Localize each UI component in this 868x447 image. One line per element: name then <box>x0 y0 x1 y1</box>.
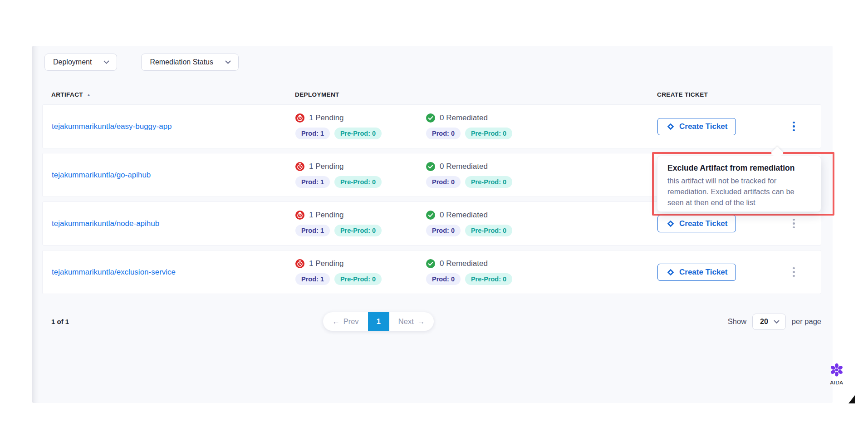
remediation-panel: Deployment Remediation Status ARTIFACT ▲… <box>32 46 833 403</box>
pending-count: 1 Pending <box>309 113 344 123</box>
remediated-cell: 0 Remediated Prod: 0 Pre-Prod: 0 <box>426 162 657 188</box>
create-ticket-cell: Create Ticket <box>657 264 776 281</box>
remediated-count: 0 Remediated <box>440 162 488 171</box>
remediated-check-icon <box>426 211 435 220</box>
pre-prod-badge: Pre-Prod: 0 <box>465 225 512 236</box>
prod-badge: Prod: 0 <box>426 128 461 139</box>
pre-prod-badge: Pre-Prod: 0 <box>334 128 382 139</box>
artifact-cell: tejakummarikuntla/easy-buggy-app <box>52 122 295 131</box>
deployment-filter-dropdown[interactable]: Deployment <box>44 54 117 71</box>
page-size-control: Show 20 per page <box>728 314 821 330</box>
arrow-right-icon: → <box>417 317 425 326</box>
remediated-cell: 0 Remediated Prod: 0 Pre-Prod: 0 <box>426 211 657 236</box>
remediated-check-icon <box>426 162 435 171</box>
remediated-count: 0 Remediated <box>440 259 488 268</box>
remediation-status-filter-label: Remediation Status <box>150 58 213 66</box>
prod-badge: Prod: 0 <box>426 176 461 188</box>
pending-clock-icon <box>295 113 304 123</box>
ticket-diamond-icon <box>666 122 675 131</box>
create-ticket-cell: Create Ticket <box>657 118 776 135</box>
create-ticket-button[interactable]: Create Ticket <box>657 215 736 232</box>
prod-badge: Prod: 1 <box>295 225 330 236</box>
aida-flower-icon <box>830 363 843 377</box>
artifact-link[interactable]: tejakummarikuntla/go-apihub <box>52 171 151 179</box>
page-size-value: 20 <box>760 318 768 326</box>
ticket-diamond-icon <box>666 219 675 228</box>
pre-prod-badge: Pre-Prod: 0 <box>465 273 512 285</box>
remediated-count: 0 Remediated <box>440 113 488 123</box>
pending-clock-icon <box>295 259 304 268</box>
row-menu-button[interactable] <box>789 264 799 281</box>
prev-page-button[interactable]: ← Prev <box>323 312 368 331</box>
deployment-pending-cell: 1 Pending Prod: 1 Pre-Prod: 0 <box>295 113 426 139</box>
artifact-link[interactable]: tejakummarikuntla/node-apihub <box>52 219 159 228</box>
next-page-button[interactable]: Next → <box>389 312 434 331</box>
row-actions-cell <box>776 264 821 281</box>
remediated-check-icon <box>426 259 435 268</box>
chevron-down-icon <box>103 60 109 64</box>
exclude-artifact-tooltip: Exclude Artifact from remediation this a… <box>657 156 821 212</box>
tooltip-body: this artifact will not be tracked for re… <box>667 176 811 208</box>
next-label: Next <box>398 317 414 326</box>
pager: ← Prev 1 Next → <box>323 312 434 331</box>
pagination-bar: 1 of 1 ← Prev 1 Next → Show 20 per page <box>42 312 821 331</box>
pre-prod-badge: Pre-Prod: 0 <box>334 176 382 188</box>
chevron-down-icon <box>225 60 231 64</box>
pre-prod-badge: Pre-Prod: 0 <box>334 225 382 236</box>
prod-badge: Prod: 1 <box>295 273 330 285</box>
pending-count: 1 Pending <box>309 211 344 220</box>
artifact-cell: tejakummarikuntla/go-apihub <box>52 171 295 180</box>
create-ticket-button[interactable]: Create Ticket <box>657 118 736 135</box>
row-menu-button[interactable] <box>789 215 799 232</box>
deployment-pending-cell: 1 Pending Prod: 1 Pre-Prod: 0 <box>295 259 426 285</box>
artifact-cell: tejakummarikuntla/node-apihub <box>52 219 295 228</box>
prod-badge: Prod: 0 <box>426 273 461 285</box>
remediation-status-filter-dropdown[interactable]: Remediation Status <box>141 54 239 71</box>
create-ticket-cell: Create Ticket <box>657 215 776 232</box>
arrow-left-icon: ← <box>332 317 340 326</box>
pending-count: 1 Pending <box>309 259 344 268</box>
artifact-link[interactable]: tejakummarikuntla/exclusion-service <box>52 268 176 276</box>
page-size-select[interactable]: 20 <box>752 314 786 330</box>
prod-badge: Prod: 1 <box>295 176 330 188</box>
table-row: tejakummarikuntla/easy-buggy-app 1 Pendi… <box>42 104 821 148</box>
page-1-button[interactable]: 1 <box>368 312 389 331</box>
remediated-check-icon <box>426 113 435 123</box>
show-label: Show <box>728 317 746 326</box>
create-ticket-button[interactable]: Create Ticket <box>657 264 736 281</box>
row-menu-button[interactable] <box>789 118 799 135</box>
deployment-pending-cell: 1 Pending Prod: 1 Pre-Prod: 0 <box>295 211 426 236</box>
prod-badge: Prod: 0 <box>426 225 461 236</box>
resize-handle-icon[interactable] <box>848 395 855 403</box>
artifact-cell: tejakummarikuntla/exclusion-service <box>52 268 295 277</box>
remediated-cell: 0 Remediated Prod: 0 Pre-Prod: 0 <box>426 113 657 139</box>
aida-widget[interactable]: AIDA <box>827 363 847 385</box>
pre-prod-badge: Pre-Prod: 0 <box>334 273 382 285</box>
row-actions-cell <box>776 118 821 135</box>
column-header-create-ticket: CREATE TICKET <box>657 91 776 98</box>
pending-clock-icon <box>295 211 304 220</box>
create-ticket-label: Create Ticket <box>679 122 727 131</box>
deployment-filter-label: Deployment <box>53 58 92 66</box>
deployment-header-label: DEPLOYMENT <box>295 91 339 98</box>
highlight-annotation: Exclude Artifact from remediation this a… <box>652 152 834 216</box>
pending-count: 1 Pending <box>309 162 344 171</box>
column-header-deployment: DEPLOYMENT <box>295 91 426 98</box>
column-header-artifact[interactable]: ARTIFACT ▲ <box>51 91 295 98</box>
artifact-header-label: ARTIFACT <box>51 91 83 98</box>
tooltip-title: Exclude Artifact from remediation <box>667 163 811 173</box>
deployment-pending-cell: 1 Pending Prod: 1 Pre-Prod: 0 <box>295 162 426 188</box>
table-header-row: ARTIFACT ▲ DEPLOYMENT CREATE TICKET <box>42 91 821 98</box>
prod-badge: Prod: 1 <box>295 128 330 139</box>
artifact-link[interactable]: tejakummarikuntla/easy-buggy-app <box>52 122 172 131</box>
pending-clock-icon <box>295 162 304 171</box>
remediated-count: 0 Remediated <box>440 211 488 220</box>
sort-ascending-icon[interactable]: ▲ <box>87 93 91 97</box>
create-ticket-label: Create Ticket <box>679 268 727 277</box>
filter-bar: Deployment Remediation Status <box>32 46 833 71</box>
row-actions-cell <box>776 215 821 232</box>
create-ticket-header-label: CREATE TICKET <box>657 91 708 98</box>
create-ticket-label: Create Ticket <box>679 219 727 228</box>
per-page-label: per page <box>792 317 821 326</box>
prev-label: Prev <box>343 317 359 326</box>
